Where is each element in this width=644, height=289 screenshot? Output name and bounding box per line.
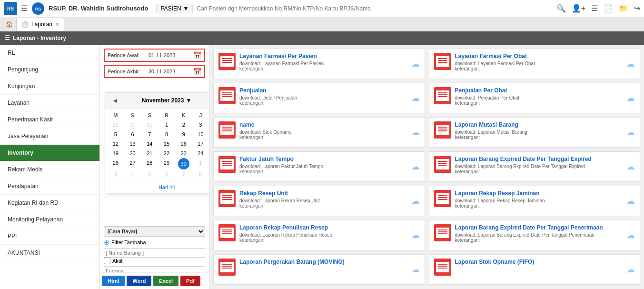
sidebar-item-monitoring[interactable]: Monitoring Pelayanan [0, 211, 99, 228]
download-icon-2[interactable]: ☁ [411, 93, 420, 103]
word-button[interactable]: Word [127, 276, 151, 286]
cal-day-2[interactable]: 2 [175, 120, 192, 130]
sidebar-item-rl[interactable]: RL [0, 45, 99, 61]
cara-bayar-select[interactable]: [Cara Bayar] [104, 226, 205, 237]
cal-day-3[interactable]: 3 [192, 120, 209, 130]
cal-day-19[interactable]: 19 [107, 149, 124, 158]
download-icon-11[interactable]: ☁ [626, 230, 635, 240]
cal-day-4-next[interactable]: 4 [124, 169, 141, 179]
report-title-13[interactable]: Laporan Stok Opname (FIFO) [455, 259, 623, 265]
document-icon[interactable]: 📄 [604, 4, 613, 13]
nama-barang-input[interactable] [104, 248, 205, 258]
sidebar-item-inventory[interactable]: Inventory [0, 145, 99, 161]
pasien-selector[interactable]: PASIEN ▼ [156, 4, 193, 13]
cal-day-15[interactable]: 15 [158, 139, 175, 149]
sidebar-item-penerimaan-kasir[interactable]: Penerimaan Kasir [0, 111, 99, 128]
cal-day-6-next[interactable]: 6 [158, 169, 175, 179]
report-title-2[interactable]: Penjualan [239, 87, 407, 94]
add-user-icon[interactable]: 👤+ [572, 4, 585, 13]
cal-month-title[interactable]: November 2023 ▼ [142, 97, 192, 104]
tab-close-icon[interactable]: ✕ [55, 22, 59, 27]
cal-day-5-next[interactable]: 5 [141, 169, 158, 179]
cal-day-28[interactable]: 28 [141, 158, 158, 169]
cal-day-21[interactable]: 21 [141, 149, 158, 158]
cal-day-8[interactable]: 8 [158, 130, 175, 139]
list-icon[interactable]: ☰ [591, 4, 598, 13]
download-icon-0[interactable]: ☁ [411, 59, 420, 69]
cal-day-12[interactable]: 12 [107, 139, 124, 149]
cal-day-27[interactable]: 27 [124, 158, 141, 169]
periode-awal-value[interactable]: 01-11-2023 [149, 52, 190, 58]
cal-day-7-next[interactable]: 7 [175, 169, 192, 179]
periode-akhir-value[interactable]: 30-11-2023 [149, 69, 190, 74]
sidebar-item-kegiatan-ri[interactable]: Kegiatan RI dan RD [0, 195, 99, 211]
report-title-7[interactable]: Laporan Barang Expired Date Per Tanggal … [455, 156, 623, 162]
cal-day-20[interactable]: 20 [124, 149, 141, 158]
folder-icon[interactable]: 📁 [619, 4, 628, 13]
download-icon-8[interactable]: ☁ [411, 196, 420, 206]
cal-day-10[interactable]: 10 [192, 130, 209, 139]
sidebar-item-layanan[interactable]: Layanan [0, 95, 99, 111]
pdf-button[interactable]: Pdf [180, 276, 200, 286]
download-icon-9[interactable]: ☁ [626, 196, 635, 206]
download-icon-10[interactable]: ☁ [411, 230, 420, 240]
cal-day-16[interactable]: 16 [175, 139, 192, 149]
cal-day-17[interactable]: 17 [192, 139, 209, 149]
home-tab[interactable]: 🏠 [2, 17, 16, 31]
search-input[interactable] [197, 5, 552, 12]
calendar-akhir-icon[interactable]: 📅 [193, 68, 201, 75]
cal-day-30-today[interactable]: 30 [178, 158, 189, 169]
cal-day-7[interactable]: 7 [141, 130, 158, 139]
today-button[interactable]: Hari ini [105, 181, 209, 193]
cal-day-29-prev[interactable]: 29 [107, 120, 124, 130]
cal-prev-btn[interactable]: ◄ [109, 96, 121, 105]
aktif-checkbox[interactable] [104, 258, 110, 264]
cal-day-14[interactable]: 14 [141, 139, 158, 149]
sidebar-item-akuntansi[interactable]: AKUNTANSI [0, 245, 99, 261]
cal-day-30-prev[interactable]: 30 [124, 120, 141, 130]
download-icon-3[interactable]: ☁ [626, 93, 635, 103]
sidebar-item-ppi[interactable]: PPI [0, 228, 99, 245]
report-title-9[interactable]: Laporan Rekap Resep Jaminan [455, 190, 623, 197]
excel-button[interactable]: Excel [153, 276, 178, 286]
report-title-10[interactable]: Laporan Rekap Penulisan Resep [239, 224, 407, 231]
download-icon-6[interactable]: ☁ [411, 161, 420, 172]
html-button[interactable]: Html [102, 276, 125, 286]
cal-day-9[interactable]: 9 [175, 130, 192, 139]
sidebar-item-pengunjung[interactable]: Pengunjung [0, 61, 99, 78]
sidebar-item-kunjungan[interactable]: Kunjungan [0, 78, 99, 95]
report-title-3[interactable]: Penjualan Per Obat [455, 87, 623, 94]
download-icon-13[interactable]: ☁ [626, 264, 635, 275]
cal-day-5[interactable]: 5 [107, 130, 124, 139]
cal-day-1-next[interactable]: 1 [192, 158, 209, 169]
cal-day-6[interactable]: 6 [124, 130, 141, 139]
search-icon[interactable]: 🔍 [556, 4, 566, 13]
cal-day-8-next[interactable]: 8 [192, 169, 209, 179]
cal-day-24[interactable]: 24 [192, 149, 209, 158]
cal-day-13[interactable]: 13 [124, 139, 141, 149]
cal-day-3-next[interactable]: 3 [107, 169, 124, 179]
download-icon-5[interactable]: ☁ [626, 127, 635, 138]
cal-day-23[interactable]: 23 [175, 149, 192, 158]
sidebar-item-rekam-medis[interactable]: Rekam Medis [0, 161, 99, 178]
download-icon-1[interactable]: ☁ [626, 59, 635, 69]
report-title-6[interactable]: Faktur Jatuh Tempo [239, 156, 407, 162]
search-box[interactable] [197, 5, 552, 12]
sidebar-item-pendapatan[interactable]: Pendapatan [0, 178, 99, 195]
cal-day-22[interactable]: 22 [158, 149, 175, 158]
report-title-4[interactable]: name [239, 121, 407, 128]
cal-day-1[interactable]: 1 [158, 120, 175, 130]
cal-day-26[interactable]: 26 [107, 158, 124, 169]
report-title-0[interactable]: Layanan Farmasi Per Pasien [239, 53, 407, 60]
calendar-awal-icon[interactable]: 📅 [193, 51, 201, 59]
download-icon-4[interactable]: ☁ [411, 127, 420, 138]
filter-plus-icon[interactable]: ⊕ [104, 239, 109, 246]
report-title-8[interactable]: Rekap Resep Unit [239, 190, 407, 197]
report-title-11[interactable]: Laporan Barang Expired Date Per Tanggal … [455, 224, 623, 231]
tab-laporan[interactable]: 📋 Laporan ✕ [16, 18, 64, 31]
cal-day-31-prev[interactable]: 31 [141, 120, 158, 130]
menu-icon[interactable]: ☰ [21, 4, 28, 13]
report-title-12[interactable]: Laporan Pergerakan Barang (MOVING) [239, 259, 407, 265]
cal-day-29[interactable]: 29 [158, 158, 175, 169]
download-icon-12[interactable]: ☁ [411, 264, 420, 275]
